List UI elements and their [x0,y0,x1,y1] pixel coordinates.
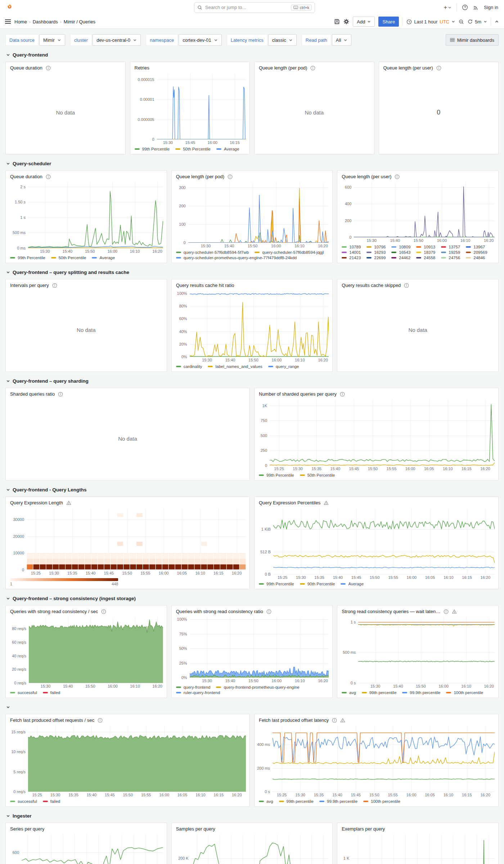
legend-item[interactable]: successful [10,690,37,695]
news-icon[interactable] [473,5,479,10]
legend-item[interactable]: 99th Percentile [135,147,170,151]
info-icon[interactable] [101,609,106,614]
info-icon[interactable] [228,174,233,179]
legend-item[interactable]: 10796 [366,245,386,249]
section-toggle[interactable]: Query-frontend [6,51,499,59]
plot-area[interactable] [28,182,163,248]
panel-header[interactable]: Intervals per query [6,279,167,289]
info-icon[interactable] [98,718,103,723]
variable-label[interactable]: Latency metrics [227,34,267,46]
section-toggle[interactable] [6,703,499,711]
panel-header[interactable]: Series per query [6,823,167,833]
legend-item[interactable]: 100th percentile [446,690,483,695]
plot-area[interactable] [270,400,495,465]
info-icon[interactable] [52,283,57,288]
panel-header[interactable]: Queue duration [6,171,167,181]
legend-item[interactable]: query-scheduler-57f6db8594-5f7wb [176,250,249,255]
info-icon[interactable] [395,174,400,179]
plot-area[interactable] [352,834,495,864]
legend-item[interactable]: 209569 [466,250,487,255]
plot-area[interactable] [273,726,495,792]
panel-header[interactable]: Query results cache hit ratio [172,279,333,289]
legend-item[interactable]: query_range [268,364,299,369]
section-toggle[interactable]: Query-scheduler [6,159,499,167]
legend-item[interactable]: 18379 [416,250,435,255]
panel-header[interactable]: Retries [130,62,250,72]
panel-header[interactable]: Query results cache skipped [337,279,498,289]
legend-item[interactable]: 22699 [366,256,386,260]
legend-item[interactable]: avg [259,799,273,804]
plot-area[interactable] [190,617,329,678]
legend-item[interactable]: 50th Percentile [175,147,211,151]
warning-icon[interactable] [66,500,71,505]
variable-label[interactable]: Data source [5,34,39,46]
info-icon[interactable] [340,392,345,397]
info-icon[interactable] [46,66,51,71]
legend-item[interactable]: 99th Percentile [10,256,45,260]
variable-label[interactable]: cluster [70,34,92,46]
panel-header[interactable]: Query Expression Percentiles [255,497,498,507]
legend-item[interactable]: 24462 [391,256,410,260]
breadcrumb-home[interactable]: Home [14,19,27,24]
info-icon[interactable] [310,66,315,71]
search-input[interactable]: Search or jump to... ctrl+k [194,2,315,13]
panel-header[interactable]: Fetch last produced offset latency [255,714,498,724]
legend-item[interactable]: Average [92,256,115,260]
info-icon[interactable] [404,283,409,288]
legend-item[interactable]: 14001 [342,250,361,255]
info-icon[interactable] [436,66,441,71]
plot-area[interactable] [157,73,246,139]
variable-label[interactable]: Read path [302,34,331,46]
section-toggle[interactable]: Query-frontend – query sharding [6,377,499,385]
legend-item[interactable]: query-frontend-prometheus-query-engine [216,685,299,689]
legend-item[interactable]: 99th percentile [362,690,396,695]
legend-item[interactable]: 21423 [342,256,361,260]
warning-icon[interactable] [452,609,457,614]
panel-header[interactable]: Fetch last produced offset requests / se… [6,714,249,724]
plot-area[interactable] [273,508,495,574]
plot-area[interactable] [22,834,163,864]
share-button[interactable]: Share [378,17,399,27]
warning-icon[interactable] [340,718,345,723]
legend-item[interactable]: 99th Percentile [259,582,294,586]
add-new-button[interactable]: + [444,4,451,11]
section-toggle[interactable]: Query-frontend – query splitting and res… [6,268,499,276]
panel-header[interactable]: Queue length (per pod) [172,171,333,181]
plot-area[interactable] [27,508,246,570]
panel-header[interactable]: Number of sharded queries per query [255,388,498,398]
variable-value-dropdown[interactable]: classic [268,34,297,46]
legend-item[interactable]: 24756 [441,256,460,260]
variable-value-dropdown[interactable]: cortex-dev-01 [179,34,221,46]
variable-label[interactable]: namespace [146,34,178,46]
plot-area[interactable] [190,291,329,357]
panel-header[interactable]: Samples per query [172,823,333,833]
legend-item[interactable]: 99.9th percentile [319,799,357,804]
legend-item[interactable]: failed [43,690,60,695]
variable-value-dropdown[interactable]: All [332,34,351,46]
legend-item[interactable]: 13757 [441,245,460,249]
panel-header[interactable]: Queries with strong read consistency / s… [6,606,167,616]
mimir-dashboards-button[interactable]: Mimir dashboards [446,34,499,46]
legend-item[interactable]: label_names_and_values [208,364,262,369]
legend-item[interactable]: cardinality [176,364,202,369]
variable-value-dropdown[interactable]: Mimir [39,34,65,46]
legend-item[interactable]: 10809 [391,245,410,249]
legend-item[interactable]: 13967 [466,245,485,249]
legend-item[interactable]: avg [342,690,356,695]
panel-header[interactable]: Sharded queries ratio [6,388,249,398]
legend-item[interactable]: query-scheduler-prometheus-query-engine-… [176,256,297,260]
section-toggle[interactable]: Query-frontend – strong consistency (ing… [6,594,499,602]
legend-item[interactable]: successful [10,799,37,804]
section-toggle[interactable]: Query-frontend - Query Lengths [6,486,499,494]
legend-item[interactable]: 90th Percentile [300,582,335,586]
panel-header[interactable]: Queue length (per user) [337,171,498,181]
plot-area[interactable] [29,617,163,683]
legend-item[interactable]: 99th Percentile [259,473,294,477]
panel-header[interactable]: Queue length (per user) [379,62,499,72]
panel-header[interactable]: Query Expression Length [6,497,249,507]
plot-area[interactable] [188,182,329,243]
add-panel-button[interactable]: Add [353,17,375,27]
section-toggle[interactable]: Ingester [6,812,499,820]
grafana-logo[interactable] [6,4,14,12]
save-dashboard-icon[interactable] [334,19,340,24]
